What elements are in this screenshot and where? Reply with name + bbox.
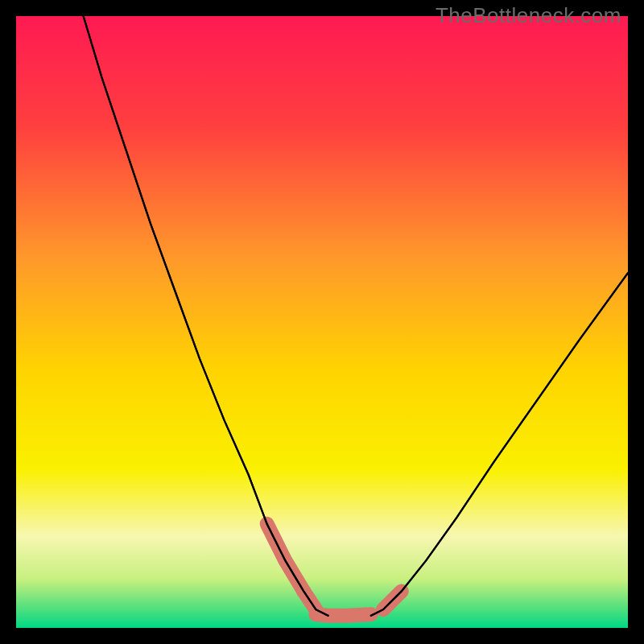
chart-frame: TheBottleneck.com: [0, 0, 644, 644]
plot-area: [16, 16, 628, 628]
gradient-background: [16, 16, 628, 628]
chart-canvas: [16, 16, 628, 628]
watermark-text: TheBottleneck.com: [436, 3, 621, 28]
